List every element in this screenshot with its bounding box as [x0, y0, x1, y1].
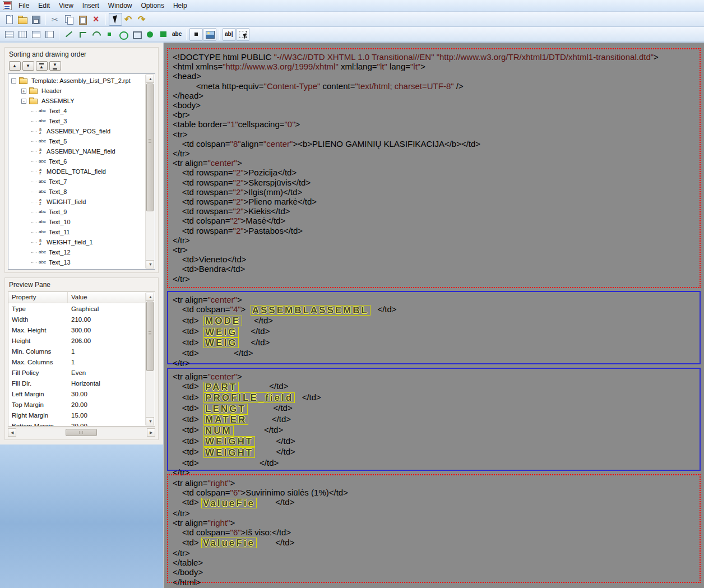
- property-row[interactable]: Fill Dir.Horizontal: [8, 378, 145, 388]
- design-canvas[interactable]: <!DOCTYPE html PUBLIC "-//W3C//DTD XHTML…: [163, 43, 704, 588]
- tree-item[interactable]: Text_13: [8, 257, 145, 267]
- tree-item[interactable]: MODEL_TOTAL_field: [8, 166, 145, 177]
- menu-help[interactable]: Help: [169, 0, 192, 11]
- field-object[interactable]: WEIGHT: [203, 436, 255, 447]
- tree-item[interactable]: Text_8: [8, 187, 145, 197]
- property-row[interactable]: Bottom Margin20.00: [8, 420, 145, 427]
- layout-tool-c-button[interactable]: [29, 28, 43, 41]
- arc-tool-button[interactable]: [89, 28, 103, 41]
- tree-item[interactable]: WEIGHT_field_1: [8, 237, 145, 247]
- image-tool-button[interactable]: [203, 28, 216, 41]
- menu-view[interactable]: View: [54, 0, 78, 11]
- scrollbar-thumb[interactable]: [146, 302, 154, 371]
- select-arrow-button[interactable]: [109, 13, 122, 26]
- property-row[interactable]: TypeGraphical: [8, 303, 145, 314]
- tree-item[interactable]: Text_3: [8, 116, 145, 126]
- filled-ellipse-tool-button[interactable]: [143, 28, 156, 41]
- property-column-header[interactable]: Property: [8, 292, 68, 303]
- point-tool-button[interactable]: [103, 28, 116, 41]
- field-object[interactable]: MATER: [203, 414, 248, 425]
- property-row[interactable]: Min. Columns1: [8, 346, 145, 356]
- delete-button[interactable]: [89, 13, 103, 26]
- scrollbar-thumb[interactable]: [146, 84, 154, 211]
- field-object[interactable]: PART: [203, 382, 239, 392]
- property-row[interactable]: Left Margin30.00: [8, 388, 145, 399]
- tree-item[interactable]: +Header: [8, 86, 145, 96]
- tree-item[interactable]: -Template: Assembly_List_PST_2.rpt: [8, 76, 145, 86]
- scrollbar-track[interactable]: [146, 301, 154, 417]
- tree-item[interactable]: -ASSEMBLY: [8, 96, 145, 106]
- layout-tool-b-button[interactable]: [16, 28, 29, 41]
- property-row[interactable]: Top Margin20.00: [8, 399, 145, 410]
- property-row[interactable]: Height206.00: [8, 335, 145, 346]
- tree-item[interactable]: Text_14: [8, 267, 145, 270]
- property-row[interactable]: Max. Height300.00: [8, 325, 145, 335]
- line-tool-button[interactable]: [62, 28, 76, 41]
- property-row[interactable]: Right Margin15.00: [8, 410, 145, 420]
- menu-options[interactable]: Options: [137, 0, 169, 11]
- copy-button[interactable]: [62, 13, 76, 26]
- new-document-button[interactable]: [2, 13, 16, 26]
- undo-button[interactable]: [122, 13, 136, 26]
- tree-item[interactable]: WEIGHT_field: [8, 197, 145, 207]
- redo-button[interactable]: [136, 13, 149, 26]
- template-section-3[interactable]: <tr align="center"> <td> PART </td> <td>…: [167, 368, 701, 471]
- polyline-tool-button[interactable]: [76, 28, 89, 41]
- preview-h-scrollbar[interactable]: [8, 428, 155, 437]
- field-object[interactable]: ValueFie: [201, 538, 257, 548]
- property-row[interactable]: Fill PolicyEven: [8, 367, 145, 378]
- tree-item[interactable]: Text_11: [8, 227, 145, 237]
- property-row[interactable]: Max. Columns1: [8, 356, 145, 367]
- move-top-button[interactable]: [36, 61, 48, 71]
- tree-item[interactable]: Text_5: [8, 136, 145, 146]
- scroll-right-icon[interactable]: [147, 428, 155, 437]
- tree-item[interactable]: Text_12: [8, 247, 145, 257]
- move-up-button[interactable]: [9, 61, 21, 71]
- text-tool-button[interactable]: [170, 28, 183, 41]
- scroll-down-icon[interactable]: [146, 260, 154, 268]
- filled-rectangle-tool-button[interactable]: [156, 28, 170, 41]
- field-object[interactable]: WEIG: [203, 337, 239, 348]
- field-object[interactable]: ValueFie: [201, 498, 257, 508]
- scroll-up-icon[interactable]: [146, 75, 154, 83]
- field-object[interactable]: WEIGHT: [203, 447, 255, 458]
- tree-item[interactable]: Text_7: [8, 177, 145, 187]
- tree-scrollbar[interactable]: [145, 75, 154, 268]
- app-icon[interactable]: [3, 1, 12, 10]
- field-object[interactable]: ASSEMBLASSEMBL: [251, 305, 370, 316]
- ellipse-tool-button[interactable]: [116, 28, 129, 41]
- menu-insert[interactable]: Insert: [78, 0, 104, 11]
- expand-icon[interactable]: +: [21, 89, 26, 94]
- collapse-icon[interactable]: -: [21, 99, 26, 104]
- scrollbar-track[interactable]: [146, 83, 154, 260]
- template-section-4[interactable]: <tr align="right"> <td colspan="6">Suvir…: [167, 474, 701, 583]
- tree-item[interactable]: Text_9: [8, 207, 145, 217]
- field-object[interactable]: WEIG: [203, 327, 239, 337]
- rectangle-tool-button[interactable]: [129, 28, 143, 41]
- layout-tool-d-button[interactable]: [43, 28, 56, 41]
- select-region-tool-button[interactable]: [236, 28, 249, 41]
- property-grid-scrollbar[interactable]: [145, 293, 154, 425]
- cut-button[interactable]: [49, 13, 62, 26]
- layout-tool-a-button[interactable]: [2, 28, 16, 41]
- scrollbar-thumb[interactable]: [66, 429, 97, 436]
- tree-item[interactable]: ASSEMBLY_POS_field: [8, 126, 145, 136]
- text-edit-tool-button[interactable]: [223, 28, 236, 41]
- menu-edit[interactable]: Edit: [34, 0, 54, 11]
- template-section-1[interactable]: <!DOCTYPE html PUBLIC "-//W3C//DTD XHTML…: [167, 48, 701, 288]
- scroll-left-icon[interactable]: [8, 428, 16, 437]
- menu-window[interactable]: Window: [104, 0, 137, 11]
- menu-file[interactable]: File: [14, 0, 34, 11]
- paste-button[interactable]: [76, 13, 89, 26]
- scroll-down-icon[interactable]: [146, 417, 154, 425]
- save-button[interactable]: [29, 13, 43, 26]
- scrollbar-track[interactable]: [16, 428, 147, 437]
- template-section-2[interactable]: <tr align="center"> <td colspan="4"> ASS…: [167, 291, 701, 364]
- value-column-header[interactable]: Value: [68, 292, 145, 303]
- field-object[interactable]: MODE: [203, 316, 242, 326]
- tree-item[interactable]: Text_6: [8, 156, 145, 166]
- collapse-icon[interactable]: -: [11, 78, 16, 84]
- scroll-up-icon[interactable]: [146, 293, 154, 301]
- tree-item[interactable]: Text_4: [8, 106, 145, 116]
- field-tool-button[interactable]: [189, 28, 203, 41]
